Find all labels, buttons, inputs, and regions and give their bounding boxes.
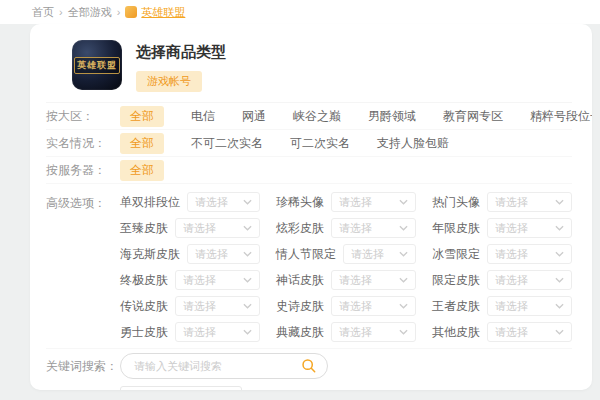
- chevron-down-icon: [243, 303, 252, 309]
- realname-option-no-rebind[interactable]: 不可二次实名: [191, 135, 263, 152]
- advanced-filter-label: 神话皮肤: [276, 272, 324, 289]
- select-placeholder: 请选择: [195, 195, 228, 210]
- select-placeholder: 请选择: [339, 221, 372, 236]
- account-type-badge[interactable]: 游戏帐号: [136, 71, 202, 92]
- region-option-edu[interactable]: 教育网专区: [443, 108, 503, 125]
- advanced-filter-select[interactable]: 请选择: [487, 218, 572, 238]
- header-text: 选择商品类型 游戏帐号: [136, 40, 226, 92]
- advanced-filter-epic-skin: 史诗皮肤 请选择: [276, 296, 416, 316]
- region-options: 全部 电信 网通 峡谷之巅 男爵领域 教育网专区 精粹号段位号: [120, 106, 592, 127]
- chevron-down-icon: [243, 225, 252, 231]
- chevron-down-icon: [555, 277, 564, 283]
- advanced-filter-king-skin: 王者皮肤 请选择: [432, 296, 572, 316]
- region-option-all[interactable]: 全部: [120, 106, 164, 127]
- advanced-filter-select[interactable]: 请选择: [331, 192, 416, 212]
- advanced-filter-select[interactable]: 请选择: [187, 192, 260, 212]
- filter-row-label: 高级选项：: [46, 192, 120, 212]
- realname-option-all[interactable]: 全部: [120, 133, 164, 154]
- advanced-filter-label: 情人节限定: [276, 246, 336, 263]
- chevron-down-icon: [399, 225, 408, 231]
- filter-row-label: 按大区：: [46, 108, 120, 125]
- advanced-filter-select[interactable]: 请选择: [487, 270, 572, 290]
- game-icon: 英雄联盟: [72, 40, 122, 90]
- advanced-filter-other-skin: 其他皮肤 请选择: [432, 322, 572, 342]
- search-icon[interactable]: [301, 358, 317, 374]
- advanced-filter-rare-avatar: 珍稀头像 请选择: [276, 192, 416, 212]
- keyword-search-box: [120, 353, 328, 379]
- keyword-search-input[interactable]: [134, 360, 301, 372]
- advanced-filter-label: 珍稀头像: [276, 194, 324, 211]
- select-placeholder: 请选择: [495, 247, 528, 262]
- advanced-filter-select[interactable]: 请选择: [175, 218, 260, 238]
- advanced-filter-annual-skin: 年限皮肤 请选择: [432, 218, 572, 238]
- select-placeholder: 请选择: [495, 299, 528, 314]
- advanced-filter-label: 传说皮肤: [120, 298, 168, 315]
- select-placeholder: 请选择: [183, 325, 216, 340]
- select-placeholder: 请选择: [183, 273, 216, 288]
- sincerity-row: 诚心卖： 全部: [46, 383, 572, 390]
- content-card: 英雄联盟 选择商品类型 游戏帐号 按大区： 全部 电信 网通 峡谷之巅 男爵领域…: [30, 24, 592, 390]
- advanced-filter-label: 海克斯皮肤: [120, 246, 180, 263]
- filter-row-region: 按大区： 全部 电信 网通 峡谷之巅 男爵领域 教育网专区 精粹号段位号: [46, 103, 572, 130]
- select-placeholder: 请选择: [339, 273, 372, 288]
- sincerity-select[interactable]: 全部: [120, 386, 242, 391]
- advanced-filter-mythic-skin: 神话皮肤 请选择: [276, 270, 416, 290]
- advanced-filter-select[interactable]: 请选择: [331, 296, 416, 316]
- chevron-down-icon: [399, 199, 408, 205]
- realname-option-face-guarantee[interactable]: 支持人脸包赔: [377, 135, 449, 152]
- server-option-all[interactable]: 全部: [120, 160, 164, 181]
- advanced-filter-collection-skin: 典藏皮肤 请选择: [276, 322, 416, 342]
- region-option-baron[interactable]: 男爵领域: [368, 108, 416, 125]
- breadcrumb-all-games[interactable]: 全部游戏: [68, 5, 112, 20]
- realname-options: 全部 不可二次实名 可二次实名 支持人脸包赔: [120, 133, 449, 154]
- advanced-filter-legendary-skin: 传说皮肤 请选择: [120, 296, 260, 316]
- chevron-down-icon: [243, 329, 252, 335]
- breadcrumb-current-game[interactable]: 英雄联盟: [141, 5, 185, 20]
- filter-row-label: 按服务器：: [46, 162, 120, 179]
- chevron-down-icon: [555, 199, 564, 205]
- advanced-filter-rank: 单双排段位 请选择: [120, 192, 260, 212]
- advanced-filter-select[interactable]: 请选择: [331, 270, 416, 290]
- chevron-down-icon: [243, 251, 252, 257]
- advanced-filter-limited-skin: 限定皮肤 请选择: [432, 270, 572, 290]
- advanced-filter-select[interactable]: 请选择: [187, 244, 260, 264]
- breadcrumb-home[interactable]: 首页: [32, 5, 54, 20]
- advanced-filter-label: 至臻皮肤: [120, 220, 168, 237]
- realname-option-rebind[interactable]: 可二次实名: [290, 135, 350, 152]
- select-placeholder: 请选择: [495, 273, 528, 288]
- advanced-filter-select[interactable]: 请选择: [487, 322, 572, 342]
- advanced-filter-label: 单双排段位: [120, 194, 180, 211]
- chevron-down-icon: [243, 277, 252, 283]
- select-placeholder: 请选择: [495, 195, 528, 210]
- game-mini-icon: [125, 6, 137, 18]
- region-option-jingcui[interactable]: 精粹号段位号: [530, 108, 592, 125]
- advanced-options-grid: 单双排段位 请选择 珍稀头像 请选择 热门头像 请选择: [120, 192, 572, 342]
- chevron-down-icon: [399, 303, 408, 309]
- advanced-filter-hextech-skin: 海克斯皮肤 请选择: [120, 244, 260, 264]
- advanced-filter-select[interactable]: 请选择: [343, 244, 416, 264]
- advanced-filter-label: 王者皮肤: [432, 298, 480, 315]
- advanced-filter-select[interactable]: 请选择: [175, 322, 260, 342]
- advanced-filter-select[interactable]: 请选择: [487, 244, 572, 264]
- advanced-filter-valentine-skin: 情人节限定 请选择: [276, 244, 416, 264]
- chevron-down-icon: [555, 303, 564, 309]
- advanced-filter-select[interactable]: 请选择: [175, 296, 260, 316]
- filter-row-server: 按服务器： 全部: [46, 157, 572, 184]
- advanced-filter-label: 年限皮肤: [432, 220, 480, 237]
- advanced-filter-prestige-skin: 至臻皮肤 请选择: [120, 218, 260, 238]
- advanced-filter-label: 炫彩皮肤: [276, 220, 324, 237]
- filter-row-realname: 实名情况： 全部 不可二次实名 可二次实名 支持人脸包赔: [46, 130, 572, 157]
- advanced-filter-select[interactable]: 请选择: [331, 218, 416, 238]
- advanced-filter-select[interactable]: 请选择: [487, 192, 572, 212]
- region-option-netcom[interactable]: 网通: [242, 108, 266, 125]
- breadcrumb: 首页 › 全部游戏 › 英雄联盟: [0, 0, 600, 24]
- select-placeholder: 请选择: [339, 195, 372, 210]
- advanced-filter-warrior-skin: 勇士皮肤 请选择: [120, 322, 260, 342]
- advanced-filter-select[interactable]: 请选择: [487, 296, 572, 316]
- region-option-telecom[interactable]: 电信: [191, 108, 215, 125]
- region-option-xiagu[interactable]: 峡谷之巅: [293, 108, 341, 125]
- chevron-down-icon: [555, 329, 564, 335]
- advanced-filter-select[interactable]: 请选择: [175, 270, 260, 290]
- advanced-filter-select[interactable]: 请选择: [331, 322, 416, 342]
- chevron-down-icon: [399, 251, 408, 257]
